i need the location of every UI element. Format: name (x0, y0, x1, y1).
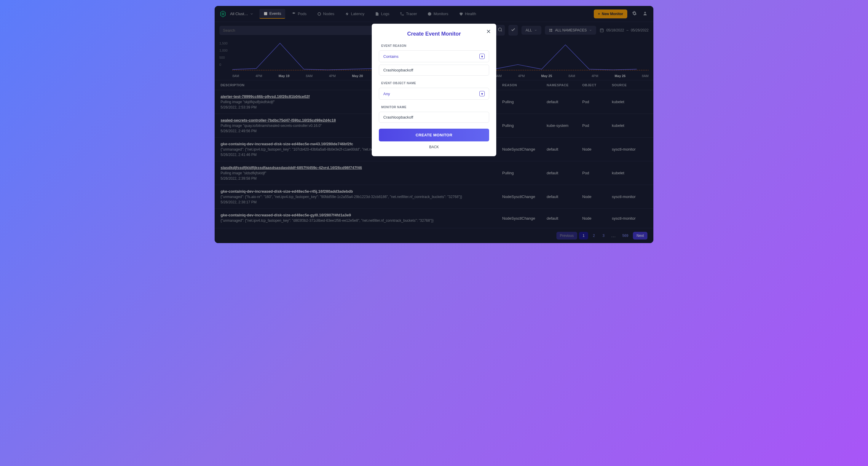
modal-overlay: Create Event Monitor EVENT REASON Contai… (215, 6, 653, 243)
event-reason-value-input[interactable] (379, 65, 489, 75)
monitor-name-label: MONITOR NAME (379, 105, 489, 109)
event-reason-label: EVENT REASON (379, 44, 489, 48)
event-reason-operator-select[interactable]: Contains ▾ (379, 51, 489, 62)
event-reason-section: EVENT REASON Contains ▾ (379, 44, 489, 75)
chevron-down-icon: ▾ (479, 54, 485, 59)
event-object-section: EVENT OBJECT NAME Any ▾ (379, 82, 489, 100)
close-button[interactable] (486, 28, 492, 36)
event-object-label: EVENT OBJECT NAME (379, 82, 489, 85)
back-button[interactable]: BACK (429, 145, 439, 149)
create-monitor-button[interactable]: CREATE MONITOR (379, 129, 489, 142)
monitor-name-section: MONITOR NAME (379, 105, 489, 123)
chevron-down-icon: ▾ (479, 91, 485, 96)
event-object-operator-select[interactable]: Any ▾ (379, 88, 489, 100)
close-icon (486, 28, 492, 34)
app-window: All Clust… Events Pods Nodes Latency Log… (215, 6, 653, 243)
monitor-name-input[interactable] (379, 112, 489, 123)
modal-title: Create Event Monitor (379, 31, 489, 37)
create-monitor-modal: Create Event Monitor EVENT REASON Contai… (372, 24, 496, 156)
